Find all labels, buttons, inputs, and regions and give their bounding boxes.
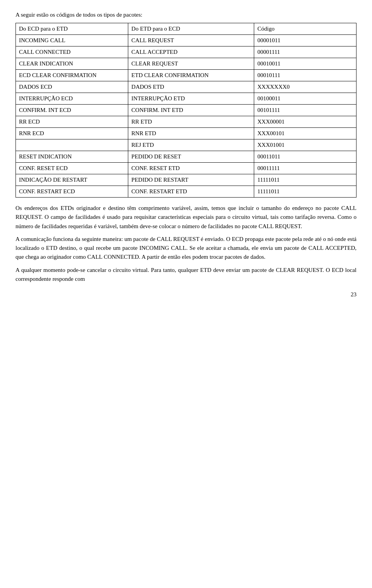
table-cell: ECD CLEAR CONFIRMATION [16, 70, 128, 81]
table-cell: 00010111 [254, 70, 356, 81]
table-cell: RNR ECD [16, 128, 128, 139]
table-cell: DADOS ECD [16, 81, 128, 93]
table-cell: CONF. RESET ETD [128, 163, 254, 174]
table-cell: CALL ACCEPTED [128, 46, 254, 58]
table-cell: 00101111 [254, 105, 356, 116]
table-cell: PEDIDO DE RESET [128, 151, 254, 163]
paragraph-1: Os endereços dos ETDs originador e desti… [16, 204, 356, 231]
table-cell: CONFIRM. INT ETD [128, 105, 254, 116]
table-cell: 00011011 [254, 151, 356, 163]
table-cell: CONF. RESTART ETD [128, 186, 254, 198]
body-paragraphs: Os endereços dos ETDs originador e desti… [16, 204, 356, 284]
table-cell: RNR ETD [128, 128, 254, 139]
table-cell: DADOS ETD [128, 81, 254, 93]
table-cell: ETD CLEAR CONFIRMATION [128, 70, 254, 81]
table-cell: 00011111 [254, 163, 356, 174]
table-cell: INDICAÇÃO DE RESTART [16, 174, 128, 186]
intro-text: A seguir estão os códigos de todos os ti… [16, 12, 356, 18]
col-header-ecd-etd: Do ECD para o ETD [16, 23, 128, 35]
table-cell: 11111011 [254, 174, 356, 186]
table-cell: RR ETD [128, 116, 254, 128]
table-cell: XXXXXXX0 [254, 81, 356, 93]
table-cell: INCOMING CALL [16, 35, 128, 46]
table-cell: CLEAR INDICATION [16, 58, 128, 70]
table-cell: CLEAR REQUEST [128, 58, 254, 70]
table-cell: 00010011 [254, 58, 356, 70]
table-cell: 00100011 [254, 93, 356, 105]
table-cell: CONF. RESTART ECD [16, 186, 128, 198]
table-cell: RR ECD [16, 116, 128, 128]
table-cell: 00001011 [254, 35, 356, 46]
table-cell: XXX00001 [254, 116, 356, 128]
table-cell: CONF. RESET ECD [16, 163, 128, 174]
col-header-codigo: Código [254, 23, 356, 35]
table-cell: INTERRUPÇÃO ETD [128, 93, 254, 105]
table-cell: 00001111 [254, 46, 356, 58]
table-cell: CONFIRM. INT ECD [16, 105, 128, 116]
paragraph-2: A comunicação funciona da seguinte manei… [16, 235, 356, 262]
table-cell: CALL CONNECTED [16, 46, 128, 58]
table-cell [16, 139, 128, 151]
col-header-etd-ecd: Do ETD para o ECD [128, 23, 254, 35]
page-number: 23 [16, 291, 356, 298]
table-cell: XXX01001 [254, 139, 356, 151]
table-cell: INTERRUPÇÃO ECD [16, 93, 128, 105]
paragraph-3: A qualquer momento pode-se cancelar o ci… [16, 266, 356, 284]
packet-codes-table: Do ECD para o ETD Do ETD para o ECD Códi… [16, 23, 356, 198]
table-cell: CALL REQUEST [128, 35, 254, 46]
table-cell: 11111011 [254, 186, 356, 198]
table-cell: PEDIDO DE RESTART [128, 174, 254, 186]
table-cell: REJ ETD [128, 139, 254, 151]
table-cell: RESET INDICATION [16, 151, 128, 163]
table-cell: XXX00101 [254, 128, 356, 139]
